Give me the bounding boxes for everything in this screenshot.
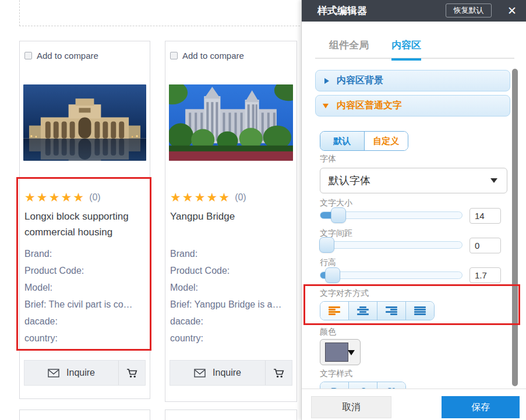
envelope-icon — [194, 369, 206, 377]
scrollbar-thumb[interactable] — [512, 69, 518, 386]
product-card: Add to compare — [19, 41, 150, 399]
field-country: country: — [24, 330, 145, 347]
line-height-slider[interactable] — [320, 271, 463, 279]
align-justify-icon — [414, 306, 426, 315]
product-image[interactable] — [169, 84, 293, 161]
align-center-icon — [357, 306, 369, 315]
rating-row: ★★★★★ (0) — [170, 190, 292, 204]
field-dacade: dacade: — [170, 313, 292, 330]
letter-spacing-input[interactable] — [469, 238, 501, 253]
inquire-bar: Inquire — [24, 360, 146, 386]
rating-count: (0) — [235, 192, 246, 203]
star-rating: ★★★★★ — [170, 191, 231, 203]
add-to-compare[interactable]: Add to compare — [24, 50, 145, 61]
cart-icon — [273, 368, 284, 378]
panel-title: 样式编辑器 — [317, 4, 367, 17]
line-height-label: 行高 — [320, 257, 336, 268]
rating-count: (0) — [89, 192, 101, 203]
product-title[interactable]: Longxi block supporting commercial housi… — [24, 209, 145, 240]
alignment-label: 文字对齐方式 — [320, 288, 369, 299]
inquire-button[interactable]: Inquire — [170, 361, 265, 385]
field-brand: Brand: — [170, 245, 292, 262]
dropdown-caret-icon — [490, 178, 497, 183]
mode-toggle: 默认 自定义 — [320, 131, 408, 151]
product-image[interactable] — [23, 84, 146, 161]
field-model: Model: — [170, 279, 292, 296]
section-label: 内容区背景 — [337, 75, 383, 87]
field-country: country: — [170, 330, 292, 347]
product-fields: Brand: Product Code: Model: Brief: Yangp… — [170, 245, 292, 347]
product-fields: Brand: Product Code: Model: Brief: The c… — [24, 245, 145, 347]
font-size-input[interactable] — [469, 208, 501, 224]
section-content-background[interactable]: 内容区背景 — [315, 70, 510, 91]
tab-component-global[interactable]: 组件全局 — [329, 38, 369, 61]
field-brief: Brief: Yangpu Bridge is a… — [170, 296, 292, 313]
panel-footer: 取消 保存 — [302, 389, 526, 420]
field-product-code: Product Code: — [24, 262, 145, 279]
cart-icon — [126, 368, 137, 378]
font-dropdown-value: 默认字体 — [329, 174, 370, 188]
slider-handle[interactable] — [331, 207, 346, 223]
align-right-button[interactable] — [377, 302, 406, 320]
color-picker-button[interactable] — [320, 339, 361, 365]
align-right-icon — [386, 306, 397, 315]
section-content-normal-text[interactable]: 内容区普通文字 — [315, 95, 510, 117]
align-left-icon — [329, 306, 340, 315]
tab-content-area[interactable]: 内容区 — [391, 38, 421, 61]
font-dropdown[interactable]: 默认字体 — [320, 168, 507, 193]
star-rating: ★★★★★ — [24, 191, 85, 203]
field-dacade: dacade: — [24, 313, 145, 330]
drop-placeholder — [19, 0, 347, 26]
product-title[interactable]: Yangpu Bridge — [170, 209, 292, 240]
color-swatch — [325, 343, 348, 362]
align-center-button[interactable] — [349, 302, 377, 320]
inquire-bar: Inquire — [170, 360, 292, 386]
slider-handle[interactable] — [319, 237, 334, 253]
restore-default-button[interactable]: 恢复默认 — [446, 3, 492, 17]
align-left-button[interactable] — [320, 302, 349, 320]
panel-header: 样式编辑器 恢复默认 ✕ — [302, 0, 526, 22]
compare-label: Add to compare — [37, 51, 98, 61]
inquire-label: Inquire — [66, 368, 95, 378]
field-brand: Brand: — [24, 245, 145, 262]
inquire-label: Inquire — [213, 368, 241, 378]
line-height-input[interactable] — [469, 267, 501, 283]
compare-checkbox[interactable] — [170, 52, 178, 59]
field-model: Model: — [24, 279, 145, 296]
style-editor-panel: 样式编辑器 恢复默认 ✕ 组件全局 内容区 内容区背景 内容区普通文字 默认 自… — [301, 0, 526, 420]
color-label: 颜色 — [320, 327, 336, 337]
expanded-arrow-icon — [323, 104, 329, 108]
add-to-cart-button[interactable] — [266, 361, 292, 385]
section-label: 内容区普通文字 — [337, 100, 402, 112]
add-to-cart-button[interactable] — [119, 361, 145, 385]
slider-handle[interactable] — [325, 267, 340, 283]
compare-label: Add to compare — [182, 51, 244, 61]
product-card: Add to compare — [19, 410, 150, 420]
inquire-button[interactable]: Inquire — [24, 361, 118, 385]
product-card: Add to compare — [165, 41, 297, 402]
field-brief: Brief: The civil part is co… — [24, 296, 145, 313]
mode-custom-button[interactable]: 自定义 — [365, 132, 408, 150]
rating-row: ★★★★★ (0) — [24, 190, 145, 204]
field-product-code: Product Code: — [170, 262, 292, 279]
save-button[interactable]: 保存 — [442, 396, 520, 418]
font-size-slider[interactable] — [320, 211, 463, 219]
text-style-label: 文字样式 — [320, 369, 352, 379]
alignment-group — [320, 301, 435, 320]
add-to-compare[interactable]: Add to compare — [170, 50, 292, 61]
align-justify-button[interactable] — [406, 302, 434, 320]
building-day-photo — [169, 84, 293, 161]
close-icon[interactable]: ✕ — [504, 2, 520, 19]
mode-default-button[interactable]: 默认 — [320, 132, 365, 150]
letter-spacing-slider[interactable] — [320, 241, 463, 249]
collapsed-arrow-icon — [324, 78, 329, 84]
font-label: 字体 — [320, 154, 336, 164]
panel-tabs: 组件全局 内容区 — [329, 38, 421, 61]
product-card: Add to compare — [165, 410, 297, 420]
building-night-photo — [23, 84, 146, 161]
envelope-icon — [48, 369, 59, 377]
dropdown-caret-icon — [348, 350, 355, 355]
cancel-button[interactable]: 取消 — [311, 396, 391, 418]
compare-checkbox[interactable] — [24, 52, 32, 59]
